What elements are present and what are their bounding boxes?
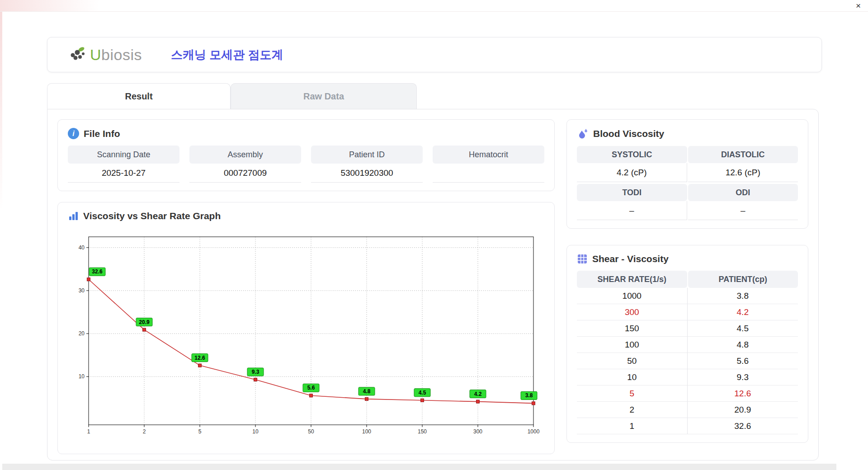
patient-header: PATIENT(cp) bbox=[688, 271, 798, 288]
svg-text:300: 300 bbox=[473, 428, 482, 435]
svg-text:30: 30 bbox=[79, 287, 85, 294]
shear-rate-cell: 150 bbox=[577, 320, 688, 337]
tab-bar: Result Raw Data bbox=[47, 83, 868, 109]
shear-rate-cell: 5 bbox=[577, 385, 688, 402]
window-close-button[interactable]: × bbox=[856, 0, 861, 11]
viscosity-chart: 102030401251050100150300100032.620.912.6… bbox=[68, 228, 544, 446]
ubiosis-logo-icon bbox=[67, 46, 87, 64]
main-content: i File Info Scanning Date 2025-10-27 Ass… bbox=[47, 109, 819, 461]
shear-viscosity-title: Shear - Viscosity bbox=[592, 254, 669, 264]
droplet-icon bbox=[577, 128, 589, 140]
svg-text:9.3: 9.3 bbox=[252, 369, 259, 375]
ubiosis-logo: Ubiosis bbox=[67, 46, 142, 64]
shear-table-row: 5 12.6 bbox=[577, 385, 798, 402]
right-column: Blood Viscosity SYSTOLIC DIASTOLIC 4.2 (… bbox=[566, 119, 808, 450]
window-titlebar: × bbox=[0, 0, 868, 12]
patient-cell: 4.2 bbox=[688, 304, 798, 320]
field-value: 53001920300 bbox=[311, 164, 423, 183]
bv-header-cell: ODI bbox=[688, 184, 798, 201]
shear-viscosity-title-row: Shear - Viscosity bbox=[577, 254, 798, 264]
shear-table-row: 2 20.9 bbox=[577, 402, 798, 418]
svg-text:40: 40 bbox=[79, 244, 85, 251]
page-root: Ubiosis 스캐닝 모세관 점도계 Result Raw Data i Fi… bbox=[0, 12, 868, 461]
svg-text:2: 2 bbox=[143, 428, 146, 435]
grid-table-icon bbox=[577, 254, 588, 264]
shear-rate-cell: 300 bbox=[577, 304, 688, 320]
shear-table-row: 1 32.6 bbox=[577, 418, 798, 434]
bv-value-row: 4.2 (cP) 12.6 (cP) bbox=[577, 163, 798, 182]
shear-table-row: 100 4.8 bbox=[577, 337, 798, 353]
patient-cell: 3.8 bbox=[688, 288, 798, 304]
info-icon: i bbox=[68, 128, 79, 139]
bv-value-cell: 12.6 (cP) bbox=[688, 163, 798, 182]
bv-value-cell: – bbox=[577, 201, 687, 220]
shear-rate-cell: 100 bbox=[577, 337, 688, 353]
shear-table-body: 1000 3.8 300 4.2 150 4.5 100 4.8 50 5.6 … bbox=[577, 288, 798, 434]
svg-text:3.8: 3.8 bbox=[525, 392, 533, 399]
svg-text:10: 10 bbox=[252, 428, 259, 435]
bv-header-cell: DIASTOLIC bbox=[688, 146, 798, 163]
bv-header-cell: TODI bbox=[577, 184, 687, 201]
file-info-field: Hematocrit bbox=[433, 146, 544, 183]
file-info-title: File Info bbox=[84, 128, 120, 139]
svg-text:20.9: 20.9 bbox=[139, 319, 150, 325]
shear-rate-cell: 50 bbox=[577, 353, 688, 369]
left-column: i File Info Scanning Date 2025-10-27 Ass… bbox=[57, 119, 555, 450]
shear-table-header: SHEAR RATE(1/s) PATIENT(cp) bbox=[577, 271, 798, 288]
graph-title: Viscosity vs Shear Rate Graph bbox=[83, 211, 221, 221]
svg-text:100: 100 bbox=[362, 428, 371, 435]
graph-title-row: Viscosity vs Shear Rate Graph bbox=[68, 211, 544, 221]
svg-text:1: 1 bbox=[87, 428, 90, 435]
field-value: 2025-10-27 bbox=[68, 164, 179, 183]
bv-header-row: TODI ODI bbox=[577, 184, 798, 201]
file-info-field: Assembly 000727009 bbox=[189, 146, 301, 183]
shear-table-row: 150 4.5 bbox=[577, 320, 798, 337]
tab-result[interactable]: Result bbox=[47, 83, 231, 109]
window-footer-strip bbox=[0, 464, 836, 470]
shear-table-row: 50 5.6 bbox=[577, 353, 798, 369]
svg-text:50: 50 bbox=[308, 428, 314, 435]
shear-rate-cell: 1 bbox=[577, 418, 688, 434]
svg-text:4.2: 4.2 bbox=[474, 391, 482, 397]
patient-cell: 9.3 bbox=[688, 369, 798, 385]
file-info-title-row: i File Info bbox=[68, 128, 544, 139]
svg-text:4.8: 4.8 bbox=[363, 388, 371, 395]
app-header: Ubiosis 스캐닝 모세관 점도계 bbox=[47, 37, 822, 72]
field-value: 000727009 bbox=[189, 164, 301, 183]
page-title: 스캐닝 모세관 점도계 bbox=[171, 47, 283, 63]
tab-raw-data[interactable]: Raw Data bbox=[231, 83, 417, 109]
svg-text:32.6: 32.6 bbox=[92, 268, 103, 275]
bv-value-cell: – bbox=[688, 201, 798, 220]
file-info-field: Scanning Date 2025-10-27 bbox=[68, 146, 179, 183]
blood-viscosity-title: Blood Viscosity bbox=[593, 128, 664, 139]
patient-cell: 20.9 bbox=[688, 402, 798, 418]
bv-header-cell: SYSTOLIC bbox=[577, 146, 687, 163]
patient-cell: 4.5 bbox=[688, 320, 798, 337]
shear-rate-cell: 10 bbox=[577, 369, 688, 385]
field-value bbox=[433, 164, 544, 183]
blood-viscosity-card: Blood Viscosity SYSTOLIC DIASTOLIC 4.2 (… bbox=[566, 119, 808, 229]
bar-chart-icon bbox=[68, 211, 79, 221]
svg-text:5: 5 bbox=[198, 428, 202, 435]
graph-card: Viscosity vs Shear Rate Graph 1020304012… bbox=[57, 202, 555, 454]
svg-text:4.5: 4.5 bbox=[419, 390, 426, 396]
field-label: Hematocrit bbox=[433, 146, 544, 164]
shear-rate-cell: 2 bbox=[577, 402, 688, 418]
field-label: Assembly bbox=[189, 146, 301, 164]
file-info-card: i File Info Scanning Date 2025-10-27 Ass… bbox=[57, 119, 555, 191]
patient-cell: 32.6 bbox=[688, 418, 798, 434]
svg-text:20: 20 bbox=[79, 330, 85, 337]
svg-text:5.6: 5.6 bbox=[307, 385, 315, 391]
patient-cell: 5.6 bbox=[688, 353, 798, 369]
svg-text:1000: 1000 bbox=[528, 428, 540, 435]
file-info-fields: Scanning Date 2025-10-27 Assembly 000727… bbox=[68, 146, 544, 183]
shear-table-row: 10 9.3 bbox=[577, 369, 798, 385]
svg-text:10: 10 bbox=[79, 373, 85, 380]
svg-text:150: 150 bbox=[418, 428, 427, 435]
file-info-field: Patient ID 53001920300 bbox=[311, 146, 423, 183]
patient-cell: 12.6 bbox=[688, 385, 798, 402]
bv-header-row: SYSTOLIC DIASTOLIC bbox=[577, 146, 798, 163]
blood-viscosity-title-row: Blood Viscosity bbox=[577, 128, 798, 140]
shear-rate-header: SHEAR RATE(1/s) bbox=[577, 271, 687, 288]
patient-cell: 4.8 bbox=[688, 337, 798, 353]
